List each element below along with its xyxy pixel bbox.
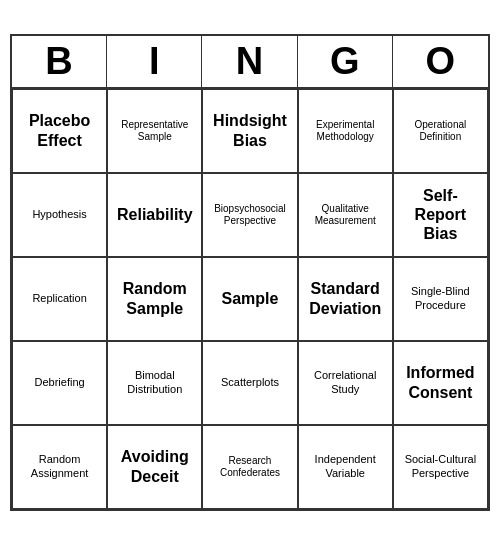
cell-text: Research Confederates	[207, 455, 292, 479]
bingo-cell: Correlational Study	[298, 341, 393, 425]
bingo-cell: Qualitative Measurement	[298, 173, 393, 257]
bingo-card: BINGO Placebo EffectRepresentative Sampl…	[10, 34, 490, 511]
cell-text: Scatterplots	[221, 376, 279, 389]
bingo-cell: Hypothesis	[12, 173, 107, 257]
bingo-header: BINGO	[12, 36, 488, 89]
bingo-cell: Random Sample	[107, 257, 202, 341]
cell-text: Self-Report Bias	[398, 186, 483, 244]
cell-text: Avoiding Deceit	[112, 447, 197, 485]
cell-text: Bimodal Distribution	[112, 369, 197, 395]
bingo-cell: Placebo Effect	[12, 89, 107, 173]
bingo-cell: Single-Blind Procedure	[393, 257, 488, 341]
cell-text: Hindsight Bias	[207, 111, 292, 149]
bingo-cell: Replication	[12, 257, 107, 341]
bingo-grid: Placebo EffectRepresentative SampleHinds…	[12, 89, 488, 509]
header-letter: I	[107, 36, 202, 87]
header-letter: B	[12, 36, 107, 87]
cell-text: Operational Definition	[398, 119, 483, 143]
bingo-cell: Informed Consent	[393, 341, 488, 425]
cell-text: Random Sample	[112, 279, 197, 317]
bingo-cell: Avoiding Deceit	[107, 425, 202, 509]
header-letter: N	[202, 36, 297, 87]
bingo-cell: Operational Definition	[393, 89, 488, 173]
bingo-cell: Reliability	[107, 173, 202, 257]
cell-text: Hypothesis	[32, 208, 86, 221]
cell-text: Correlational Study	[303, 369, 388, 395]
bingo-cell: Hindsight Bias	[202, 89, 297, 173]
bingo-cell: Research Confederates	[202, 425, 297, 509]
bingo-cell: Representative Sample	[107, 89, 202, 173]
bingo-cell: Random Assignment	[12, 425, 107, 509]
bingo-cell: Debriefing	[12, 341, 107, 425]
cell-text: Informed Consent	[398, 363, 483, 401]
cell-text: Placebo Effect	[17, 111, 102, 149]
cell-text: Experimental Methodology	[303, 119, 388, 143]
cell-text: Reliability	[117, 205, 193, 224]
cell-text: Biopsychosocial Perspective	[207, 203, 292, 227]
header-letter: G	[298, 36, 393, 87]
cell-text: Single-Blind Procedure	[398, 285, 483, 311]
cell-text: Representative Sample	[112, 119, 197, 143]
cell-text: Replication	[32, 292, 86, 305]
bingo-cell: Bimodal Distribution	[107, 341, 202, 425]
bingo-cell: Experimental Methodology	[298, 89, 393, 173]
cell-text: Random Assignment	[17, 453, 102, 479]
bingo-cell: Social-Cultural Perspective	[393, 425, 488, 509]
bingo-cell: Self-Report Bias	[393, 173, 488, 257]
header-letter: O	[393, 36, 488, 87]
cell-text: Standard Deviation	[303, 279, 388, 317]
bingo-cell: Biopsychosocial Perspective	[202, 173, 297, 257]
cell-text: Independent Variable	[303, 453, 388, 479]
cell-text: Sample	[222, 289, 279, 308]
bingo-cell: Sample	[202, 257, 297, 341]
cell-text: Debriefing	[35, 376, 85, 389]
bingo-cell: Standard Deviation	[298, 257, 393, 341]
bingo-cell: Independent Variable	[298, 425, 393, 509]
bingo-cell: Scatterplots	[202, 341, 297, 425]
cell-text: Qualitative Measurement	[303, 203, 388, 227]
cell-text: Social-Cultural Perspective	[398, 453, 483, 479]
